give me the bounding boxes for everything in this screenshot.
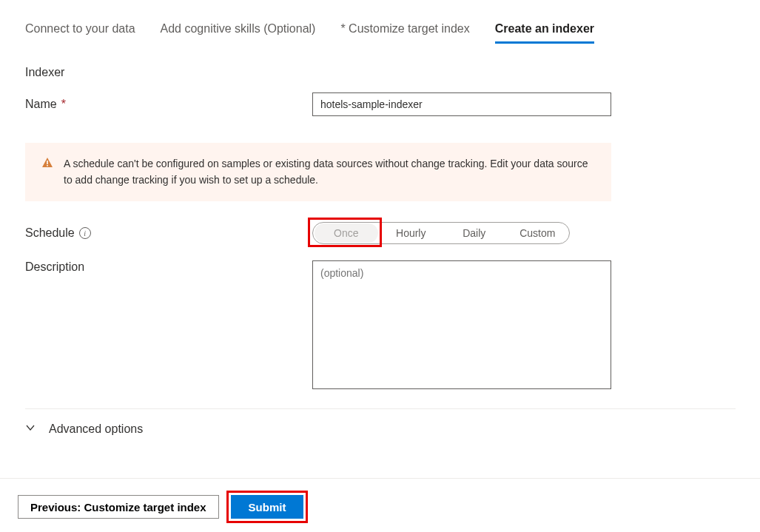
advanced-options-label: Advanced options — [49, 422, 143, 436]
schedule-row: Schedule i Once Hourly Daily Custom — [25, 222, 735, 244]
name-label-text: Name — [25, 98, 57, 111]
tab-connect-data[interactable]: Connect to your data — [25, 22, 135, 44]
schedule-option-daily[interactable]: Daily — [443, 223, 506, 243]
description-input[interactable] — [312, 260, 611, 389]
submit-button[interactable]: Submit — [231, 495, 304, 519]
schedule-segmented-control: Once Hourly Daily Custom — [312, 222, 570, 244]
schedule-option-once[interactable]: Once — [315, 223, 378, 243]
schedule-warning-banner: A schedule can't be configured on sample… — [25, 143, 611, 201]
warning-icon — [41, 157, 53, 171]
name-label: Name * — [25, 98, 312, 111]
tab-create-indexer[interactable]: Create an indexer — [495, 22, 594, 44]
schedule-label: Schedule i — [25, 226, 312, 240]
previous-button[interactable]: Previous: Customize target index — [18, 495, 219, 519]
schedule-option-custom[interactable]: Custom — [506, 223, 570, 243]
description-row: Description — [25, 260, 735, 389]
schedule-option-hourly[interactable]: Hourly — [380, 223, 443, 243]
svg-rect-0 — [47, 161, 48, 164]
description-label: Description — [25, 260, 312, 274]
chevron-down-icon — [25, 422, 36, 436]
schedule-label-text: Schedule — [25, 226, 75, 240]
wizard-footer: Previous: Customize target index Submit — [0, 478, 760, 523]
name-input[interactable] — [312, 92, 611, 116]
tab-cognitive-skills[interactable]: Add cognitive skills (Optional) — [161, 22, 316, 44]
indexer-form: Indexer Name * A schedule can't be confi… — [0, 44, 760, 436]
required-asterisk: * — [61, 98, 66, 111]
section-heading: Indexer — [25, 66, 735, 79]
highlight-submit: Submit — [226, 491, 309, 523]
svg-rect-1 — [47, 165, 48, 166]
advanced-options-toggle[interactable]: Advanced options — [25, 408, 736, 436]
warning-text: A schedule can't be configured on sample… — [64, 156, 595, 188]
tab-customize-index[interactable]: * Customize target index — [340, 22, 469, 44]
name-row: Name * — [25, 92, 735, 116]
wizard-tabs: Connect to your data Add cognitive skill… — [0, 0, 760, 44]
info-icon[interactable]: i — [79, 227, 91, 239]
